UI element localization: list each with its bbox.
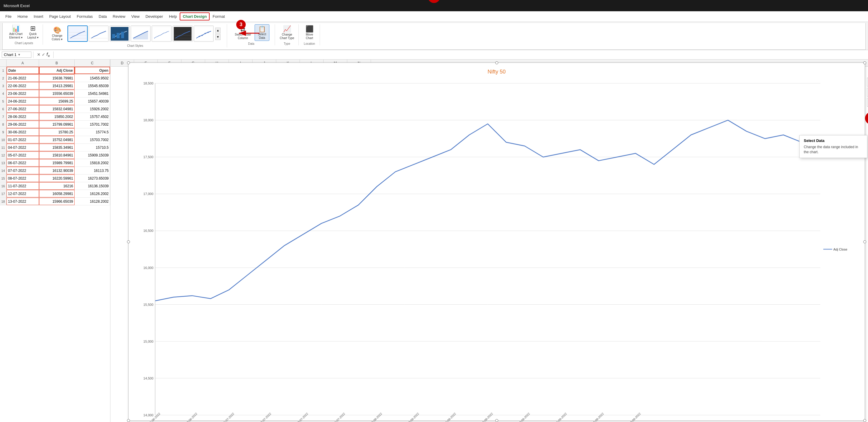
cell-date[interactable]: 05-07-2022: [6, 151, 39, 159]
chart-style-7[interactable]: [194, 26, 214, 42]
menu-file[interactable]: File: [2, 12, 14, 21]
cell-open[interactable]: 16136.15039: [74, 182, 110, 190]
cell-adj-close[interactable]: 16216: [39, 182, 74, 190]
col-header-c[interactable]: C: [74, 60, 110, 66]
cell-open[interactable]: 15909.15039: [74, 151, 110, 159]
move-chart-button[interactable]: ⬛ MoveChart: [302, 24, 317, 41]
chart-handle-tl[interactable]: [127, 61, 130, 64]
menu-help[interactable]: Help: [166, 12, 180, 21]
cell-open[interactable]: 16126.2002: [74, 190, 110, 197]
chart-style-5[interactable]: [152, 26, 172, 42]
cell-open[interactable]: 16128.2002: [74, 198, 110, 205]
cell-open[interactable]: 15451.54981: [74, 90, 110, 97]
cell-date[interactable]: 12-07-2022: [6, 190, 39, 197]
chart-handle-tc[interactable]: [495, 61, 498, 64]
cell-open[interactable]: 15455.9502: [74, 75, 110, 82]
cell-adj-close[interactable]: 15810.84961: [39, 151, 74, 159]
menu-developer[interactable]: Developer: [143, 12, 166, 21]
cell-date[interactable]: 22-06-2022: [6, 82, 39, 89]
cell-date[interactable]: Date: [6, 67, 39, 74]
cell-adj-close[interactable]: 15966.65039: [39, 198, 74, 205]
menu-chart-design[interactable]: Chart Design: [180, 12, 210, 21]
name-box[interactable]: Chart 1 ▼: [2, 52, 31, 58]
chart-handle-tr[interactable]: [863, 61, 866, 64]
cell-adj-close[interactable]: 15752.04981: [39, 136, 74, 143]
cell-adj-close[interactable]: 16058.29981: [39, 190, 74, 197]
menu-home[interactable]: Home: [14, 12, 31, 21]
menu-view[interactable]: View: [128, 12, 143, 21]
cell-date[interactable]: 28-06-2022: [6, 113, 39, 120]
cell-adj-close[interactable]: 15835.34961: [39, 144, 74, 151]
menu-review[interactable]: Review: [110, 12, 128, 21]
chart-style-4[interactable]: [130, 26, 151, 42]
cell-adj-close[interactable]: Adj Close: [39, 67, 74, 74]
cell-open[interactable]: 15545.65039: [74, 82, 110, 89]
chart-handle-mr[interactable]: [863, 240, 866, 243]
cell-date[interactable]: 27-06-2022: [6, 105, 39, 113]
cell-date[interactable]: 21-06-2022: [6, 75, 39, 82]
menu-insert[interactable]: Insert: [31, 12, 46, 21]
chart-container[interactable]: Nifty 50 + 🖌 ▼ 1: [128, 62, 865, 421]
chart-style-1[interactable]: [67, 26, 88, 42]
cell-adj-close[interactable]: 15780.25: [39, 128, 74, 136]
quick-layout-button[interactable]: ⊞ QuickLayout ▾: [26, 24, 40, 40]
change-colors-button[interactable]: 🎨 ChangeColors ▾: [50, 26, 65, 42]
chart-style-6[interactable]: [173, 26, 193, 42]
cell-open[interactable]: 15701.7002: [74, 121, 110, 128]
cell-adj-close[interactable]: 15799.09961: [39, 121, 74, 128]
cell-adj-close[interactable]: 15832.04981: [39, 105, 74, 113]
name-box-dropdown-icon[interactable]: ▼: [18, 53, 21, 56]
cell-date[interactable]: 30-06-2022: [6, 128, 39, 136]
cell-open[interactable]: Open: [74, 67, 110, 74]
formula-bar: Chart 1 ▼ ✕ ✓ fx: [0, 50, 868, 60]
chart-handle-ml[interactable]: [127, 240, 130, 243]
cell-date[interactable]: 07-07-2022: [6, 167, 39, 174]
cell-date[interactable]: 23-06-2022: [6, 90, 39, 97]
cell-open[interactable]: 15926.2002: [74, 105, 110, 113]
formula-function-icon[interactable]: fx: [46, 52, 50, 57]
change-chart-type-button[interactable]: 📈 ChangeChart Type: [278, 24, 296, 41]
formula-cancel-icon[interactable]: ✕: [37, 52, 40, 57]
cell-adj-close[interactable]: 15989.79981: [39, 159, 74, 167]
cell-date[interactable]: 08-07-2022: [6, 174, 39, 182]
cell-date[interactable]: 06-07-2022: [6, 159, 39, 167]
cell-open[interactable]: 15774.5: [74, 128, 110, 136]
cell-date[interactable]: 04-07-2022: [6, 144, 39, 151]
cell-open[interactable]: 15757.4502: [74, 113, 110, 120]
cell-adj-close[interactable]: 16132.90039: [39, 167, 74, 174]
quick-layout-label: QuickLayout ▾: [27, 32, 38, 39]
cell-date[interactable]: 29-06-2022: [6, 121, 39, 128]
menu-format[interactable]: Format: [210, 12, 228, 21]
cell-date[interactable]: 01-07-2022: [6, 136, 39, 143]
chart-styles-scroll-down[interactable]: ▼: [215, 34, 221, 40]
cell-open[interactable]: 16273.65039: [74, 174, 110, 182]
col-header-b[interactable]: B: [39, 60, 74, 66]
cell-adj-close[interactable]: 15638.79981: [39, 75, 74, 82]
chart-handle-br[interactable]: [863, 419, 866, 422]
cell-date[interactable]: 24-06-2022: [6, 97, 39, 105]
formula-confirm-icon[interactable]: ✓: [42, 52, 45, 57]
chart-styles-scroll-up[interactable]: ▲: [215, 28, 221, 33]
cell-date[interactable]: 13-07-2022: [6, 198, 39, 205]
cell-adj-close[interactable]: 15556.65039: [39, 90, 74, 97]
cell-date[interactable]: 11-07-2022: [6, 182, 39, 190]
chart-style-2[interactable]: [89, 26, 108, 42]
cell-adj-close[interactable]: 15850.2002: [39, 113, 74, 120]
cell-open[interactable]: 16113.75: [74, 167, 110, 174]
cell-open[interactable]: 15818.2002: [74, 159, 110, 167]
cell-adj-close[interactable]: 15699.25: [39, 97, 74, 105]
menu-formulas[interactable]: Formulas: [74, 12, 96, 21]
add-chart-element-button[interactable]: 📊 Add ChartElement ▾: [7, 24, 24, 40]
chart-handle-bl[interactable]: [127, 419, 130, 422]
cell-adj-close[interactable]: 16220.59961: [39, 174, 74, 182]
cell-adj-close[interactable]: 15413.29981: [39, 82, 74, 89]
cell-open[interactable]: 15710.5: [74, 144, 110, 151]
cell-open[interactable]: 15657.40039: [74, 97, 110, 105]
formula-input[interactable]: [55, 52, 866, 57]
move-chart-label: MoveChart: [306, 33, 313, 40]
cell-open[interactable]: 15703.7002: [74, 136, 110, 143]
chart-style-3[interactable]: [110, 26, 130, 42]
menu-page-layout[interactable]: Page Layout: [46, 12, 74, 21]
menu-data[interactable]: Data: [96, 12, 110, 21]
col-header-a[interactable]: A: [6, 60, 39, 66]
